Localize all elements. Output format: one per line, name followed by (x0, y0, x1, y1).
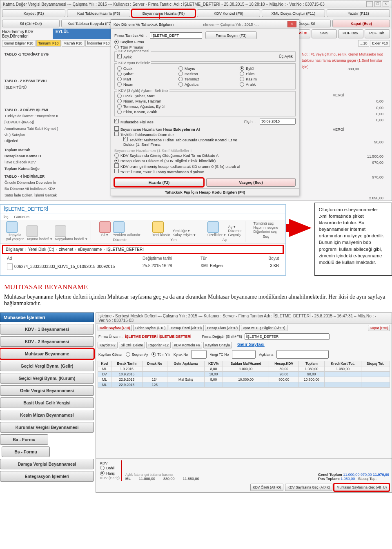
r-kdv-say[interactable]: KDV Sayfasında Girmiş Olduğumuz Kod Ta n… (114, 153, 296, 158)
col-date[interactable]: Değiştirme tarihi (140, 256, 198, 261)
move-icon[interactable] (27, 225, 38, 237)
tab-hesap-plan[interactable]: Hesap Planı (Alt+P) (205, 325, 240, 331)
fb-kdv-gec[interactable]: KDV Sayfasına Geç (Alt+K) (285, 484, 332, 491)
firma-select[interactable] (245, 333, 330, 340)
opt-secilen-ay[interactable]: Seçilen Ay (126, 352, 148, 357)
popup-close-icon[interactable]: × (287, 21, 296, 27)
menu-kesin-mizan[interactable]: Kesin Mizan Beyannamesi (0, 410, 94, 420)
b-kdv-kontrol[interactable]: KDV Kontrolü F6 (172, 342, 202, 348)
crumb-0[interactable]: Bilgisayar (6, 247, 23, 252)
btn-pdf-tah[interactable]: PDF Tah. (365, 29, 390, 38)
c8[interactable]: Kredi Kart.Tut. (324, 361, 361, 366)
m-mayis[interactable]: Mayıs (178, 66, 232, 71)
easy-access[interactable]: Kolay erişim ▾ (173, 233, 196, 237)
c6[interactable]: Hesap.KDV (269, 361, 299, 366)
m-temmuz[interactable]: Temmuz (178, 76, 232, 82)
btn-pdf-bey[interactable]: PDF Bey. (338, 29, 363, 38)
sel-inv[interactable]: Diğerlerini seç (254, 230, 278, 234)
c0[interactable]: Kod (98, 361, 111, 366)
kyrak-input[interactable] (191, 350, 207, 359)
table-row[interactable]: ML22.9.2015124Mal Satış8,0010.000,00800,… (98, 377, 390, 382)
sel-none[interactable]: Hiçbirini seçme (254, 225, 278, 230)
vtc-input[interactable] (232, 350, 256, 359)
crumb-2[interactable]: zirvenet (59, 247, 73, 252)
btn-yazdir[interactable]: Yazdır (F12) (327, 9, 390, 17)
k1[interactable] (114, 163, 119, 168)
rename-icon[interactable] (113, 221, 125, 233)
exp-tab-view[interactable]: Görünüm (14, 215, 30, 219)
btn-firma-secimi[interactable]: Firma Seçimi (F3) (205, 31, 257, 39)
tab-ekler[interactable]: Ekler F10 (370, 40, 390, 47)
k2[interactable] (114, 169, 119, 173)
tab-ayar[interactable]: Ayar ve Tuş Bilgileri (Alt+R) (241, 325, 287, 331)
tab-hesap-ozet[interactable]: Hesap Özeti (Alt+H) (169, 325, 204, 331)
popup-foot[interactable]: Tahakkuk Fişi İçin Hesap Kodu Bilgileri … (111, 188, 299, 196)
sel-all[interactable]: Tümünü seç (254, 221, 278, 225)
menu-gecici-gelir[interactable]: Geçici Vergi Bynm. (Gelir) (0, 361, 94, 371)
tab-matrah[interactable]: Matrah F10 (62, 40, 85, 47)
q3[interactable]: Temmuz, Ağustos, Eylül (117, 104, 293, 109)
c7[interactable]: Toplam (299, 361, 324, 366)
chk-muh-fis[interactable]: Muhasebe Fişi Kes (114, 119, 154, 124)
crumb-4[interactable]: İŞLETME_DEFTERİ (107, 247, 144, 252)
c2[interactable]: Dmak No (142, 361, 167, 366)
opt-secilen-firma[interactable]: Seçilen Firma (114, 39, 296, 45)
table-row[interactable]: ML1.9.20158,001.000,0080,001.080,001.080… (98, 366, 390, 372)
max-icon[interactable]: □ (374, 1, 381, 7)
m-kasim[interactable]: Kasım (240, 76, 293, 82)
acik-input[interactable] (276, 350, 329, 359)
gelir-link[interactable]: Gelir Sayfası (237, 342, 265, 348)
crumb-1[interactable]: Yerel Disk (C:) (28, 247, 54, 252)
props-icon[interactable] (207, 221, 219, 233)
btn-kod-tablosu[interactable]: Kod Tablosu Hazırla (F3) (67, 9, 130, 17)
btn-sms[interactable]: SMS (312, 29, 337, 38)
tab-gelir[interactable]: Gelir Sayfası (F10) (98, 325, 132, 331)
hist-item[interactable]: Geçmiş (228, 233, 242, 237)
copyto-icon[interactable] (55, 225, 66, 237)
m-mart[interactable]: Mart (117, 76, 170, 82)
exp-tab-share[interactable]: laş (4, 215, 9, 219)
menu-kurumlar[interactable]: Kurumlar Vergisi Beyannamesi (0, 422, 94, 433)
tab-indirim[interactable]: İndirimler F10 (85, 40, 112, 47)
open-item[interactable]: Aç ▾ (228, 225, 242, 229)
q1[interactable]: Ocak, Şubat, Mart (117, 93, 293, 98)
col-size[interactable]: Boyut (248, 256, 281, 261)
fb-muhtasar-gec[interactable]: Muhtasar Sayfasına Geç (Alt+U) (334, 484, 389, 491)
m-ocak[interactable]: Ocak (117, 66, 170, 71)
m-subat[interactable]: Şubat (117, 71, 170, 76)
fb-kdv-ozet[interactable]: KDV Özeti (Alt+O) (250, 484, 283, 491)
opt-haric[interactable]: Hariç (100, 471, 120, 476)
m-eylul[interactable]: Eylül (240, 66, 293, 71)
menu-gelir-vergisi[interactable]: Gelir Vergisi Beyannamesi (0, 385, 94, 396)
tab-genel[interactable]: Genel Bilgiler F10 (2, 40, 36, 47)
btn-kod-kopyala[interactable]: Kod Tablosu Kopyala (F7) (61, 20, 119, 27)
r-hesap-plan[interactable]: Hesap Planını Dikkate Al (KDV Bilgileri … (114, 158, 296, 163)
btn-hazirla[interactable]: Hazırla (F2) (114, 178, 204, 187)
menu-entegrasyon[interactable]: Entegrasyon İşlemleri (0, 471, 94, 482)
opt-tum-yil[interactable]: Tüm Yılı (151, 352, 171, 357)
menu-damga[interactable]: Damga Vergisi Beyannamesi (0, 459, 94, 469)
edit-item[interactable]: Düzenle (228, 229, 242, 233)
min-icon[interactable]: – (366, 1, 373, 7)
menu-ba[interactable]: Ba - Formu (0, 434, 48, 445)
btn-kaydet[interactable]: Kaydet (F2) (2, 9, 65, 17)
close-icon[interactable]: × (383, 1, 389, 7)
b-sil[interactable]: Sil Ctrl+Delete (119, 342, 145, 348)
b-kaydet[interactable]: Kaydet F2 (98, 342, 118, 348)
c-tevm[interactable] (123, 137, 128, 141)
m-nisan[interactable]: Nisan (117, 82, 170, 87)
m-aralik[interactable]: Aralık (240, 82, 293, 87)
b-onay[interactable]: Kayıtları Onayla (203, 342, 232, 348)
menu-kdv1[interactable]: KDV - 1 Beyannamesi (0, 324, 94, 335)
btn-kapat2[interactable]: Kapat (Esc) (368, 325, 390, 331)
btn-sil[interactable]: Sil (Ctrl+Del) (2, 20, 60, 27)
btn-beyanname-hazirla[interactable]: Beyanname Hazırla (F9) (132, 9, 195, 17)
copy-icon[interactable] (6, 221, 18, 233)
breadcrumb[interactable]: Bilgisayar› Yerel Disk (C:)› zirvenet› e… (3, 245, 283, 253)
firma-input[interactable] (150, 32, 202, 39)
btn-vazgec[interactable]: Vazgeç (Esc) (206, 178, 296, 187)
c9[interactable]: Stopaj Tut. (361, 361, 390, 366)
new-item[interactable]: Yeni öğe ▾ (173, 229, 196, 233)
btn-xml-olustur[interactable]: XML Dosya Oluştur (F11) (262, 9, 325, 17)
tab-10[interactable]: ...10 (358, 40, 370, 47)
